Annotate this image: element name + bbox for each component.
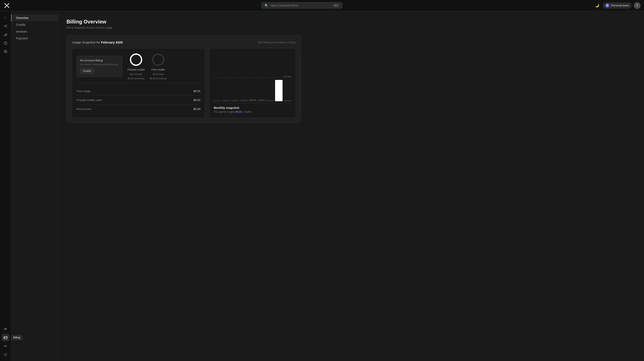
user-avatar[interactable]: T	[634, 2, 640, 9]
svg-rect-6	[5, 34, 6, 36]
api-icon[interactable]	[2, 22, 10, 30]
next-invoice-row: Next invoice $0.00	[76, 105, 200, 113]
prepaid-used-value: $0.01	[194, 98, 201, 102]
prepaid-used-row: Prepaid credits used $0.01	[76, 96, 200, 105]
snapshot-container: Usage Snapshot for February 2025 Next bi…	[66, 35, 301, 123]
settings-icon[interactable]	[2, 351, 10, 359]
svg-point-14	[4, 328, 5, 329]
body-layout: ⌂	[0, 11, 644, 361]
invoiced-billing-block: No Invoiced Billing You haven't setup in…	[76, 56, 122, 77]
snapshot-header: Usage Snapshot for February 2025 Next bi…	[72, 40, 296, 44]
svg-rect-5	[4, 35, 5, 36]
top-nav: 🔍 Open Command Menu ⌘K 🌙 P Personal team…	[0, 0, 644, 11]
svg-line-4	[5, 26, 6, 27]
free-credits-remaining: $0.00 remaining	[150, 77, 166, 80]
total-usage-row: Total usage $0.01	[76, 87, 200, 96]
svg-point-2	[6, 26, 7, 27]
prepaid-circle-chart	[129, 53, 143, 66]
nav-item-invoices[interactable]: Invoices	[11, 28, 58, 35]
bar-3	[240, 100, 247, 101]
snapshot-period: February 2025	[101, 40, 123, 44]
bar-chart-area: Average	[214, 53, 291, 103]
free-circle-chart	[152, 53, 165, 66]
snapshot-body: No Invoiced Billing You haven't setup in…	[72, 48, 296, 118]
team-avatar: P	[606, 4, 609, 7]
command-menu-trigger[interactable]: 🔍 Open Command Menu ⌘K	[262, 2, 342, 9]
team-icon[interactable]	[2, 325, 10, 333]
svg-point-21	[130, 54, 142, 65]
monthly-amount: $0.01	[236, 110, 242, 113]
bar-chart-inner: Average	[214, 73, 291, 101]
app-logo[interactable]	[4, 2, 10, 9]
team-selector[interactable]: P Personal team	[603, 2, 631, 8]
svg-line-3	[5, 25, 6, 26]
free-credits-total: $0.00 total	[153, 73, 164, 75]
enable-billing-button[interactable]: Enable	[80, 68, 94, 74]
analytics-icon[interactable]	[2, 31, 10, 38]
svg-rect-18	[4, 338, 5, 339]
svg-point-19	[5, 354, 6, 355]
free-credits-title: Free credits	[152, 68, 165, 71]
nav-right: 🌙 P Personal team T	[594, 2, 640, 9]
bar-5	[258, 99, 265, 101]
left-nav: Overview Credits Invoices Payment	[11, 11, 58, 361]
bar-2	[231, 100, 238, 101]
prepaid-used-label: Prepaid credits used	[76, 98, 102, 102]
bar-8	[284, 100, 291, 101]
credits-row: No Invoiced Billing You haven't setup in…	[76, 53, 200, 83]
command-bar: 🔍 Open Command Menu ⌘K	[13, 2, 591, 9]
next-invoice-value: $0.00	[194, 107, 201, 111]
prepaid-credits-remaining: $9.99 remaining	[128, 77, 144, 80]
bar-0	[214, 100, 221, 101]
next-invoice-label: Next invoice	[76, 107, 92, 111]
nav-item-payment[interactable]: Payment	[11, 35, 58, 42]
nav-item-credits[interactable]: Credits	[11, 21, 58, 28]
monthly-snapshot-title: Monthly snapshot	[214, 106, 291, 109]
left-panel: No Invoiced Billing You haven't setup in…	[72, 48, 205, 118]
page-subtitle: Get a snapshot of your current usage	[66, 26, 636, 29]
home-icon[interactable]: ⌂	[2, 14, 10, 21]
svg-point-1	[6, 25, 7, 25]
svg-point-0	[4, 25, 5, 26]
command-placeholder: Open Command Menu	[270, 4, 331, 7]
bar-1	[222, 100, 230, 101]
invoiced-title: No Invoiced Billing	[80, 59, 119, 62]
command-shortcut: ⌘K	[333, 4, 339, 7]
bar-7	[275, 80, 282, 101]
activity-icon[interactable]	[2, 342, 10, 350]
bar-4	[249, 99, 256, 101]
search-icon: 🔍	[265, 4, 268, 7]
billing-icon[interactable]: Billing	[2, 334, 10, 342]
invoiced-desc: You haven't setup invoiced billing yet.	[80, 63, 119, 66]
snapshot-title: Usage Snapshot for February 2025	[72, 40, 123, 44]
packages-icon[interactable]	[2, 39, 10, 47]
team-name: Personal team	[611, 4, 629, 7]
right-panel: Average Monthly snapshot You spend rough…	[209, 48, 296, 118]
free-credits-block: Free credits $0.00 total $0.00 remaining	[150, 53, 166, 80]
sidebar-top-icons: ⌂	[2, 14, 10, 324]
sidebar-bottom-icons: Billing	[2, 325, 10, 359]
svg-point-13	[5, 51, 6, 52]
prepaid-credits-total: $10.00 total	[130, 73, 142, 75]
prepaid-credits-title: Prepaid credits	[128, 68, 144, 71]
next-billing-text: Next billing period starts in 5 days	[258, 41, 296, 44]
dark-mode-button[interactable]: 🌙	[594, 2, 600, 9]
targets-icon[interactable]	[2, 48, 10, 55]
nav-item-overview[interactable]: Overview	[11, 14, 58, 21]
average-line	[214, 78, 291, 78]
usage-rows: Total usage $0.01 Prepaid credits used $…	[76, 87, 200, 113]
bar-6	[266, 100, 274, 101]
svg-rect-16	[4, 337, 7, 339]
page-title: Billing Overview	[66, 19, 636, 25]
prepaid-credits-block: Prepaid credits $10.00 total $9.99 remai…	[128, 53, 144, 80]
svg-rect-7	[6, 33, 7, 36]
total-usage-label: Total usage	[76, 89, 91, 93]
svg-point-22	[153, 54, 164, 65]
average-label: Average	[284, 75, 291, 77]
svg-point-15	[6, 328, 6, 329]
total-usage-value: $0.01	[194, 89, 201, 93]
main-content: Billing Overview Get a snapshot of your …	[58, 11, 644, 361]
icon-sidebar: ⌂	[0, 11, 11, 361]
monthly-snapshot-description: You spend roughly $0.01 / month	[214, 110, 291, 113]
